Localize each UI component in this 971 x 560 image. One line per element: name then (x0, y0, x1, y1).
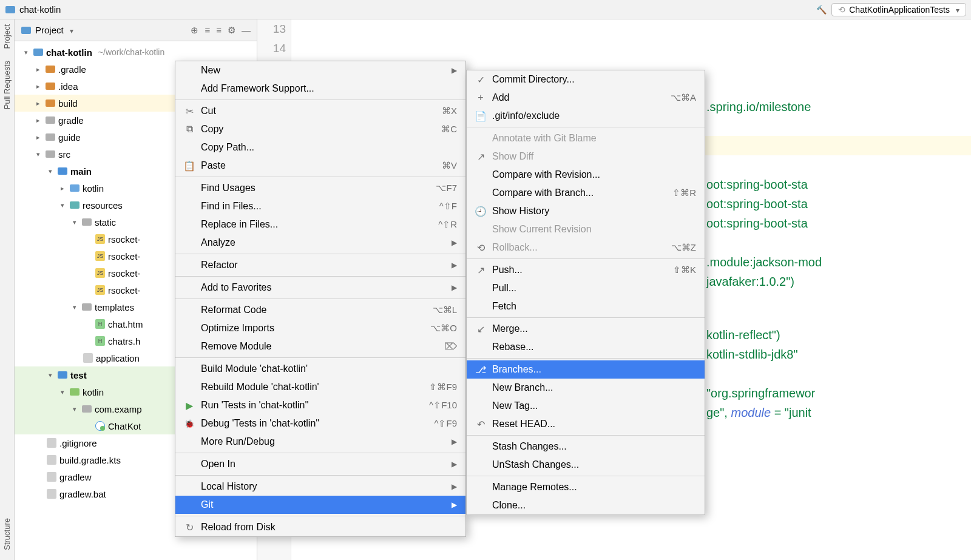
menu-item-label: Compare with Revision... (492, 169, 696, 180)
menu-item-label: Show Current Revision (492, 224, 696, 235)
menu-item-label: Add (492, 92, 650, 103)
collapse-icon[interactable]: ≡ (216, 25, 222, 36)
expand-icon[interactable]: ≡ (205, 25, 210, 36)
project-view-label: Project (35, 25, 64, 35)
menu-item[interactable]: Open In▶ (175, 455, 465, 473)
submenu-arrow-icon: ▶ (452, 66, 457, 75)
tree-root[interactable]: ▾ chat-kotlin ~/work/chat-kotlin (15, 44, 257, 61)
menu-item[interactable]: Compare with Branch...⇧⌘R (467, 184, 705, 202)
side-tab-project[interactable]: Project (2, 24, 12, 49)
menu-item-label: Find Usages (201, 183, 415, 194)
project-view-selector[interactable]: Project (21, 25, 73, 36)
menu-item[interactable]: ✂Cut⌘X (175, 102, 465, 120)
menu-item-label: Replace in Files... (201, 219, 418, 230)
menu-item-label: Build Module 'chat-kotlin' (201, 363, 457, 374)
side-tab-structure[interactable]: Structure (2, 518, 12, 550)
tree-label: test (70, 370, 87, 380)
menu-item[interactable]: Refactor▶ (175, 256, 465, 274)
menu-item[interactable]: Local History▶ (175, 477, 465, 496)
menu-item[interactable]: Pull... (467, 279, 705, 297)
menu-item-label: Debug 'Tests in 'chat-kotlin'' (201, 418, 413, 429)
menu-shortcut: ⌘V (442, 160, 457, 171)
menu-item[interactable]: Rebase... (467, 338, 705, 356)
menu-item[interactable]: Replace in Files...^⇧R (175, 215, 465, 234)
menu-item-label: Copy (201, 124, 421, 135)
folder-icon (21, 27, 31, 34)
menu-item-label: More Run/Debug (201, 436, 435, 447)
menu-item[interactable]: +Add⌥⌘A (467, 89, 705, 107)
menu-item-label: Reset HEAD... (492, 419, 696, 430)
html-file-icon: H (95, 336, 105, 346)
code-fragment: kotlin-stdlib-jdk8" (706, 348, 798, 361)
menu-item-label: Rebase... (492, 342, 696, 353)
menu-item[interactable]: Reformat Code⌥⌘L (175, 301, 465, 319)
menu-separator (175, 299, 465, 299)
menu-item[interactable]: More Run/Debug▶ (175, 433, 465, 451)
menu-item[interactable]: ✓Commit Directory... (467, 70, 705, 89)
menu-item: Annotate with Git Blame (467, 129, 705, 147)
menu-item[interactable]: Clone... (467, 496, 705, 514)
folder-icon (46, 100, 55, 107)
side-tab-pull-requests[interactable]: Pull Requests (2, 61, 12, 109)
menu-item[interactable]: ⎇Branches... (467, 360, 705, 379)
settings-icon[interactable]: ⚙ (228, 25, 235, 36)
menu-item[interactable]: Rebuild Module 'chat-kotlin'⇧⌘F9 (175, 378, 465, 396)
menu-item[interactable]: Manage Remotes... (467, 478, 705, 496)
menu-item[interactable]: Build Module 'chat-kotlin' (175, 360, 465, 378)
menu-item[interactable]: 📄.git/info/exclude (467, 107, 705, 125)
menu-item[interactable]: New▶ (175, 61, 465, 79)
folder-icon (58, 167, 67, 175)
submenu-arrow-icon: ▶ (452, 261, 457, 269)
tree-label: resources (83, 200, 123, 211)
menu-item[interactable]: Find in Files...^⇧F (175, 197, 465, 215)
line-number: 14 (257, 39, 286, 58)
menu-separator (467, 358, 705, 359)
menu-item[interactable]: Git▶ (175, 496, 465, 514)
menu-item[interactable]: Find Usages⌥F7 (175, 179, 465, 197)
menu-shortcut: ⇧⌘K (673, 265, 696, 275)
menu-item[interactable]: ↙Merge... (467, 320, 705, 338)
menu-item[interactable]: ▶Run 'Tests in 'chat-kotlin''^⇧F10 (175, 396, 465, 414)
menu-item[interactable]: Add Framework Support... (175, 79, 465, 98)
context-menu-main[interactable]: New▶Add Framework Support...✂Cut⌘X⧉Copy⌘… (175, 61, 466, 537)
run-config-selector[interactable]: ⟲ ChatKotlinApplicationTests (831, 3, 966, 16)
menu-item-label: Add to Favorites (201, 282, 435, 293)
menu-item: ⟲Rollback...⌥⌘Z (467, 238, 705, 257)
menu-item[interactable]: 📋Paste⌘V (175, 157, 465, 175)
code-fragment: ge", (706, 406, 731, 419)
context-menu-git[interactable]: ✓Commit Directory...+Add⌥⌘A📄.git/info/ex… (466, 70, 705, 515)
menu-item[interactable]: Analyze▶ (175, 234, 465, 252)
menu-item[interactable]: Compare with Revision... (467, 166, 705, 184)
menu-item[interactable]: Optimize Imports⌥⌘O (175, 319, 465, 337)
menu-item[interactable]: Fetch (467, 297, 705, 315)
menu-item-label: Reformat Code (201, 305, 412, 315)
menu-item[interactable]: ⧉Copy⌘C (175, 120, 465, 138)
menu-item[interactable]: Copy Path... (175, 138, 465, 157)
menu-item-label: Push... (492, 265, 652, 275)
menu-separator (175, 276, 465, 277)
menu-item-label: New (201, 65, 435, 76)
menu-item[interactable]: Add to Favorites▶ (175, 278, 465, 297)
menu-item-label: Merge... (492, 323, 696, 334)
hide-icon[interactable]: — (242, 25, 251, 36)
submenu-arrow-icon: ▶ (452, 437, 457, 446)
menu-item[interactable]: UnStash Changes... (467, 456, 705, 474)
tree-path: ~/work/chat-kotlin (98, 47, 164, 57)
✓-icon: ✓ (475, 74, 486, 86)
tree-label: chat-kotlin (46, 47, 92, 58)
menu-item-label: Reload from Disk (201, 522, 457, 533)
build-icon[interactable] (816, 4, 827, 15)
menu-item[interactable]: 🕘Show History (467, 202, 705, 220)
menu-item[interactable]: ↗Push...⇧⌘K (467, 261, 705, 279)
menu-item[interactable]: Stash Changes... (467, 437, 705, 456)
menu-item[interactable]: New Branch... (467, 379, 705, 397)
menu-item[interactable]: ↶Reset HEAD... (467, 415, 705, 433)
tree-label: application (96, 353, 140, 363)
menu-item[interactable]: ↻Reload from Disk (175, 518, 465, 536)
menu-item[interactable]: New Tag... (467, 397, 705, 415)
tree-label: src (58, 149, 70, 160)
run-config-icon: ⟲ (838, 5, 845, 15)
menu-item[interactable]: 🐞Debug 'Tests in 'chat-kotlin''^⇧F9 (175, 414, 465, 433)
locate-icon[interactable]: ⊕ (191, 25, 198, 36)
menu-item[interactable]: Remove Module⌦ (175, 337, 465, 356)
